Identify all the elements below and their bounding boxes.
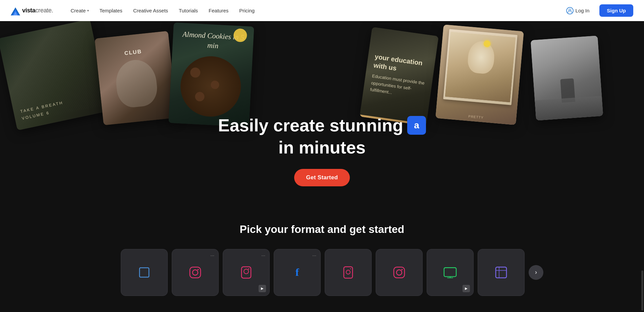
svg-point-10 bbox=[248, 268, 250, 269]
svg-rect-11 bbox=[344, 267, 353, 278]
format-card-custom-size[interactable] bbox=[121, 249, 168, 296]
instagram-reel-icon bbox=[341, 266, 355, 279]
play-icon: ▶ bbox=[259, 285, 266, 292]
custom-2-icon bbox=[494, 266, 508, 279]
carousel-next-button[interactable]: › bbox=[529, 265, 543, 280]
more-options-icon: ··· bbox=[312, 253, 316, 258]
svg-point-12 bbox=[346, 270, 350, 274]
nav-item-templates[interactable]: Templates bbox=[96, 6, 126, 15]
signup-button[interactable]: Sign Up bbox=[599, 4, 633, 17]
navbar-right: Log In Sign Up bbox=[560, 4, 633, 17]
svg-point-15 bbox=[396, 270, 402, 275]
more-options-icon: ··· bbox=[261, 253, 265, 258]
svg-rect-20 bbox=[496, 267, 506, 278]
format-section: Pick your format and get started ··· bbox=[0, 203, 644, 306]
photo-frame bbox=[443, 29, 518, 105]
play-icon: ▶ bbox=[463, 285, 470, 292]
scrollbar[interactable] bbox=[641, 0, 644, 312]
card4-body: Education must provide the opportunities… bbox=[370, 73, 426, 101]
svg-point-9 bbox=[244, 269, 249, 274]
svg-point-16 bbox=[401, 269, 403, 270]
navbar-left: vistacreate. Create ▾ Templates Creative… bbox=[11, 6, 259, 15]
get-started-button[interactable]: Get Started bbox=[294, 169, 350, 186]
instagram-2-icon bbox=[392, 266, 406, 279]
svg-rect-8 bbox=[241, 267, 251, 278]
format-cards-wrapper: ··· ··· ▶ ··· bbox=[121, 249, 523, 296]
presentation-icon bbox=[443, 266, 457, 279]
card4-title: your educationwith us bbox=[373, 52, 429, 77]
nav-item-pricing[interactable]: Pricing bbox=[235, 6, 259, 15]
format-card-facebook-post[interactable]: ··· f bbox=[274, 249, 321, 296]
nav-links: Create ▾ Templates Creative Assets Tutor… bbox=[66, 6, 259, 15]
svg-rect-17 bbox=[444, 267, 456, 276]
hero-title: Easily create stunning a in minutes bbox=[218, 115, 426, 158]
nav-item-create[interactable]: Create ▾ bbox=[66, 6, 93, 15]
svg-point-6 bbox=[193, 270, 198, 275]
svg-rect-4 bbox=[140, 268, 149, 277]
navbar: vistacreate. Create ▾ Templates Creative… bbox=[0, 0, 644, 21]
nav-item-tutorials[interactable]: Tutorials bbox=[175, 6, 202, 15]
format-card-instagram-post[interactable]: ··· bbox=[172, 249, 219, 296]
format-card-custom-2[interactable] bbox=[478, 249, 525, 296]
more-options-icon: ··· bbox=[210, 253, 214, 258]
facebook-post-icon: f bbox=[290, 266, 304, 279]
hero-card-person bbox=[531, 36, 603, 120]
format-card-presentation[interactable]: ▶ bbox=[427, 249, 474, 296]
instagram-story-icon bbox=[239, 266, 253, 279]
logo-text: vistacreate. bbox=[22, 7, 53, 14]
login-button[interactable]: Log In bbox=[560, 4, 596, 17]
logo-icon bbox=[11, 6, 20, 15]
hero-card-mountain: TAKE A BREATH VOLUME 6 bbox=[0, 19, 109, 130]
format-section-title: Pick your format and get started bbox=[7, 223, 637, 236]
format-card-instagram-reel[interactable] bbox=[325, 249, 372, 296]
svg-rect-5 bbox=[190, 267, 201, 278]
hero-card-club: CLUB bbox=[95, 31, 177, 125]
logo[interactable]: vistacreate. bbox=[11, 6, 53, 15]
nav-item-creative-assets[interactable]: Creative Assets bbox=[129, 6, 172, 15]
svg-point-13 bbox=[350, 268, 351, 269]
svg-point-7 bbox=[198, 269, 199, 270]
typing-cursor: a bbox=[407, 116, 426, 135]
svg-rect-14 bbox=[394, 267, 405, 278]
hero-content: Easily create stunning a in minutes Get … bbox=[211, 102, 433, 203]
format-card-instagram-2[interactable] bbox=[376, 249, 423, 296]
chevron-down-icon: ▾ bbox=[87, 9, 89, 12]
card2-label: CLUB bbox=[113, 47, 153, 57]
custom-size-icon bbox=[138, 266, 151, 279]
hero-card-woman: PRETTY bbox=[435, 24, 524, 125]
hero-section: TAKE A BREATH VOLUME 6 CLUB Almond Cooki… bbox=[0, 0, 644, 203]
instagram-post-icon bbox=[189, 266, 202, 279]
format-card-instagram-story[interactable]: ··· ▶ bbox=[223, 249, 270, 296]
nav-item-features[interactable]: Features bbox=[205, 6, 232, 15]
user-icon bbox=[566, 7, 574, 14]
